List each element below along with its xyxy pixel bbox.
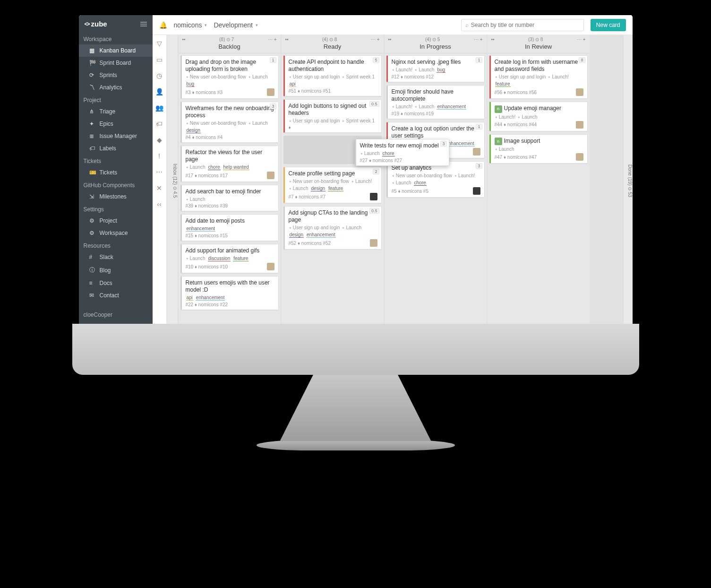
sidebar-item-kanban-board[interactable]: ▦Kanban Board xyxy=(79,44,153,57)
column-menu-icon[interactable]: ⋯ + xyxy=(577,37,586,42)
done-rail[interactable]: Done (19) ⊙ 53 xyxy=(623,35,633,324)
filter-assignee-icon[interactable]: 👥 xyxy=(155,104,163,112)
card-id: #56 ♦ nomicons #56 xyxy=(495,90,537,95)
drag-handle-icon[interactable]: •• xyxy=(491,37,495,42)
card[interactable]: 1Drag and drop on the image uploading fo… xyxy=(180,55,279,99)
label-discussion: discussion xyxy=(208,256,231,261)
sidebar-item-tickets[interactable]: 🎫Tickets xyxy=(79,166,153,179)
assignee-avatar[interactable] xyxy=(576,121,583,129)
sidebar-item-labels[interactable]: 🏷Labels xyxy=(79,142,153,155)
card[interactable]: 5Create API endpoint to handle authentic… xyxy=(283,55,382,96)
dragging-card[interactable]: 3 Write tests for new emoji model Launch… xyxy=(355,139,449,166)
drag-handle-icon[interactable]: •• xyxy=(285,37,289,42)
card[interactable]: Add search bar to emoji finderLaunch #39… xyxy=(180,185,279,211)
column-menu-icon[interactable]: ⋯ + xyxy=(268,37,277,42)
nav-glyph-icon: ✉ xyxy=(89,292,96,299)
card[interactable]: 3Set up analyticsNew user on-boarding fl… xyxy=(386,161,485,198)
card-points: 2 xyxy=(373,169,379,174)
column-menu-icon[interactable]: ⋯ + xyxy=(371,37,380,42)
assignee-avatar[interactable] xyxy=(370,239,377,247)
assignee-avatar[interactable] xyxy=(473,187,480,195)
org-crumb[interactable]: nomicons xyxy=(174,21,207,29)
card[interactable]: 1Nginx not serving .jpeg filesLaunch!Lau… xyxy=(386,55,485,82)
card-points: 0.5 xyxy=(369,101,379,107)
sidebar-item-sprints[interactable]: ⟳Sprints xyxy=(79,69,153,81)
card[interactable]: 2Create profile setting pageNew user on-… xyxy=(283,167,382,203)
filter-archive-icon[interactable]: ▭ xyxy=(156,56,163,63)
card-id: #5 ♦ nomicons #5 xyxy=(392,189,428,194)
filter-alert-icon[interactable]: ! xyxy=(158,152,160,160)
card-points: 3 xyxy=(440,141,446,147)
logo[interactable]: zube xyxy=(85,20,107,28)
assignee-avatar[interactable] xyxy=(267,88,274,96)
card[interactable]: 0.5Add login buttons to signed out heade… xyxy=(283,99,382,133)
card[interactable]: Return users emojis with the user model … xyxy=(180,276,279,310)
column-title: Ready xyxy=(285,42,380,51)
sidebar-item-slack[interactable]: #Slack xyxy=(79,251,153,263)
card-id: #4 ♦ nomicons #4 xyxy=(186,135,223,140)
card[interactable]: Add date to emoji posts enhancement#15 ♦… xyxy=(180,214,279,241)
card-id: #44 ♦ nomicons #44 xyxy=(495,122,537,127)
project-crumb[interactable]: Development xyxy=(214,21,258,29)
nav-group-title: GitHub Components xyxy=(79,179,153,190)
card[interactable]: 0.5Add signup CTAs to the landing pageUs… xyxy=(283,206,382,250)
filter-milestone-icon[interactable]: ◆ xyxy=(157,136,162,144)
sidebar-item-blog[interactable]: ⓘBlog xyxy=(79,263,153,277)
hamburger-icon[interactable] xyxy=(140,24,147,25)
inbox-rail[interactable]: Inbox (12) ⊙ 4.5 xyxy=(167,35,178,324)
nav-item-label: Docs xyxy=(100,280,112,286)
sidebar-item-triage[interactable]: ⋔Triage xyxy=(79,105,153,118)
nav-item-label: Sprint Board xyxy=(100,60,131,66)
filter-more-icon[interactable]: ⋯ xyxy=(156,168,163,176)
new-card-button[interactable]: New card xyxy=(591,19,626,31)
sidebar-item-sprint-board[interactable]: 🏁Sprint Board xyxy=(79,57,153,69)
filter-epic-icon[interactable]: ◷ xyxy=(156,72,162,79)
filter-funnel-icon[interactable]: ▽ xyxy=(157,40,162,47)
filter-user-icon[interactable]: 👤 xyxy=(155,88,163,95)
sidebar-item-epics[interactable]: ✦Epics xyxy=(79,118,153,130)
column-stats: (8) ⊙ 7 xyxy=(219,37,234,42)
sidebar-username[interactable]: cloeCooper xyxy=(79,308,117,320)
nav-item-label: Labels xyxy=(100,145,116,152)
assignee-avatar[interactable] xyxy=(267,263,274,270)
assignee-avatar[interactable] xyxy=(473,148,480,156)
filter-close-icon[interactable]: ✕ xyxy=(156,184,162,192)
assignee-avatar[interactable] xyxy=(576,153,583,161)
assignee-avatar[interactable] xyxy=(576,88,583,96)
card[interactable]: nUpdate emoji managerLaunch!Launch #44 ♦… xyxy=(489,102,588,131)
assignee-avatar[interactable] xyxy=(370,193,377,200)
filter-label-icon[interactable]: 🏷 xyxy=(156,120,163,128)
card-title: Create a log out option under the user s… xyxy=(392,125,480,139)
sidebar-item-project[interactable]: ⚙Project xyxy=(79,215,153,227)
search-box[interactable]: ⌕ xyxy=(461,19,584,31)
nav-group-title: Workspace xyxy=(79,33,153,44)
nav-item-label: Workspace xyxy=(100,230,128,236)
search-input[interactable] xyxy=(471,22,580,28)
nav-glyph-icon: 🏷 xyxy=(89,145,96,152)
nav-item-label: Sprints xyxy=(100,72,117,78)
card[interactable]: 3Wireframes for the new onboarding proce… xyxy=(180,102,279,143)
assignee-avatar[interactable] xyxy=(267,172,274,179)
card-id: #52 ♦ nomicons #52 xyxy=(289,241,331,246)
drag-handle-icon[interactable]: •• xyxy=(182,37,186,42)
label-bug: bug xyxy=(437,67,445,73)
nav-glyph-icon: # xyxy=(89,254,96,260)
card[interactable]: Refactor the views for the user pageLaun… xyxy=(180,146,279,182)
card-title: Add signup CTAs to the landing page xyxy=(289,209,377,224)
card[interactable]: nImage supportLaunch #47 ♦ nomicons #47 xyxy=(489,134,588,164)
sidebar-item-milestones[interactable]: ⇲Milestones xyxy=(79,190,153,203)
column-menu-icon[interactable]: ⋯ + xyxy=(474,37,483,42)
column-stats: (3) ⊙ 8 xyxy=(528,37,543,42)
sidebar-item-issue-manager[interactable]: ≣Issue Manager xyxy=(79,130,153,142)
bell-icon[interactable]: 🔔 xyxy=(159,21,167,29)
card[interactable]: 8Create log in form with username and pa… xyxy=(489,55,588,99)
card[interactable]: Add support for animated gifsLaunch disc… xyxy=(180,244,279,273)
sidebar-item-workspace[interactable]: ⚙Workspace xyxy=(79,227,153,239)
filter-caret-icon[interactable]: ‹‹ xyxy=(157,200,161,208)
sidebar-item-analytics[interactable]: 〽Analytics xyxy=(79,81,153,94)
nav-glyph-icon: ⚙ xyxy=(89,217,96,224)
sidebar-item-docs[interactable]: ≡Docs xyxy=(79,277,153,289)
sidebar-item-contact[interactable]: ✉Contact xyxy=(79,289,153,302)
drag-handle-icon[interactable]: •• xyxy=(388,37,392,42)
card[interactable]: Emoji finder should have autocompleteLau… xyxy=(386,85,485,119)
